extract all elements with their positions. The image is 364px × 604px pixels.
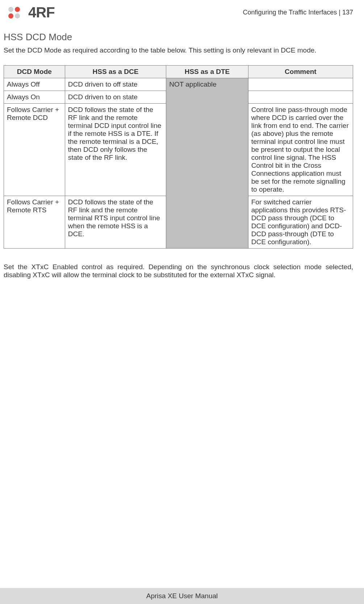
svg-point-3 [15,13,20,18]
page-number: 137 [342,9,353,16]
svg-point-0 [8,7,13,12]
th-comment: Comment [248,66,353,78]
logo: 4RF [7,4,55,21]
cell-mode: Follows Carrier + Remote RTS [4,196,65,249]
page-header: 4RF Configuring the Traffic Interfaces |… [0,0,364,21]
svg-point-2 [8,13,13,18]
cell-comment [248,91,353,104]
table-header-row: DCD Mode HSS as a DCE HSS as a DTE Comme… [4,66,353,78]
th-dcd-mode: DCD Mode [4,66,65,78]
cell-dce: DCD driven to on state [65,91,166,104]
svg-point-1 [15,7,20,12]
logo-text: 4RF [28,4,55,21]
page-footer: Aprisa XE User Manual [0,588,364,604]
cell-mode: Always Off [4,78,65,91]
cell-mode: Follows Carrier + Remote DCD [4,104,65,196]
cell-comment: For switched carrier applications this p… [248,196,353,249]
cell-comment: Control line pass-through mode where DCD… [248,104,353,196]
page: 4RF Configuring the Traffic Interfaces |… [0,0,364,604]
logo-icon [7,6,25,20]
cell-mode: Always On [4,91,65,104]
after-table-paragraph: Set the XTxC Enabled control as required… [4,263,353,279]
content: HSS DCD Mode Set the DCD Mode as require… [0,21,364,279]
footer-text: Aprisa XE User Manual [146,592,218,600]
table-row: Always Off DCD driven to off state NOT a… [4,78,353,91]
cell-dce: DCD follows the state of the RF link and… [65,196,166,249]
th-hss-dce: HSS as a DCE [65,66,166,78]
intro-paragraph: Set the DCD Mode as required according t… [4,46,353,54]
dcd-mode-table: DCD Mode HSS as a DCE HSS as a DTE Comme… [4,65,353,249]
cell-dte-span: NOT applicable [166,78,248,249]
breadcrumb: Configuring the Traffic Interfaces | 137 [243,9,353,16]
cell-dce: DCD driven to off state [65,78,166,91]
th-hss-dte: HSS as a DTE [166,66,248,78]
section-title: HSS DCD Mode [4,32,353,43]
cell-dce: DCD follows the state of the RF link and… [65,104,166,196]
breadcrumb-section: Configuring the Traffic Interfaces [243,9,337,16]
breadcrumb-sep: | [337,9,342,16]
cell-comment [248,78,353,91]
